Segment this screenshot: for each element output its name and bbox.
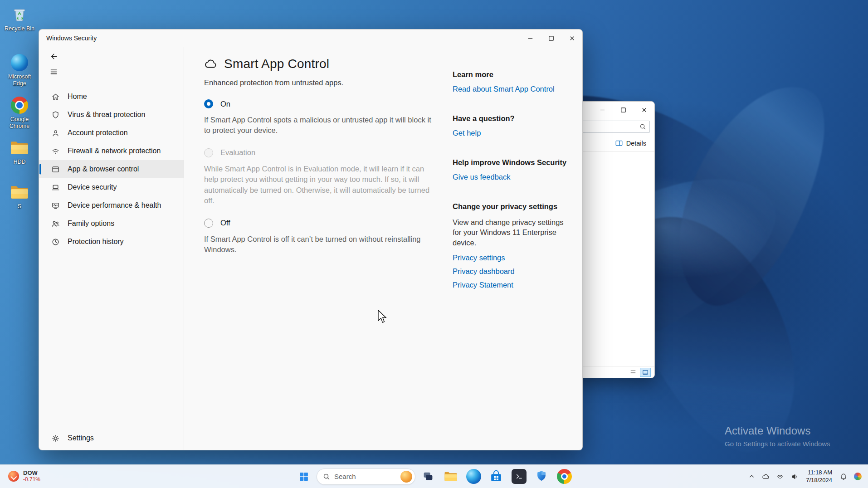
laptop-icon	[51, 183, 60, 192]
explorer-search-box[interactable]: ds	[572, 121, 650, 133]
clock-tray-button[interactable]: 11:18 AM 7/18/2024	[802, 468, 836, 486]
search-icon[interactable]	[639, 123, 646, 130]
list-view-button[interactable]	[628, 368, 639, 377]
history-clock-icon	[51, 238, 60, 246]
windows-security-window[interactable]: Windows Security Home	[39, 29, 583, 450]
tray-time: 11:18 AM	[808, 469, 832, 477]
sidebar-item-family-options[interactable]: Family options	[39, 215, 184, 233]
desktop-icon-google-chrome[interactable]: Google Chrome	[2, 96, 37, 130]
privacy-statement-link[interactable]: Privacy Statement	[453, 281, 580, 289]
explorer-details-button[interactable]: Details	[626, 140, 646, 147]
chevron-up-icon	[748, 473, 755, 480]
sidebar-item-protection-history[interactable]: Protection history	[39, 233, 184, 251]
watermark-subtitle: Go to Settings to activate Windows	[725, 440, 830, 448]
taskbar: DOW -0.71% Search	[0, 464, 868, 488]
file-explorer-button[interactable]	[441, 467, 461, 487]
radio-off[interactable]	[204, 219, 213, 228]
sidebar-item-settings[interactable]: Settings	[39, 429, 184, 447]
search-placeholder: Search	[334, 473, 356, 480]
bell-icon	[839, 473, 848, 481]
microsoft-store-button[interactable]	[486, 467, 506, 487]
details-pane-icon	[615, 139, 623, 147]
tray-app-button[interactable]	[851, 468, 864, 486]
sidebar-item-label: Device security	[68, 183, 117, 191]
option-on: On If Smart App Control spots a maliciou…	[204, 99, 434, 136]
sidebar-item-device-performance-health[interactable]: Device performance & health	[39, 196, 184, 215]
terminal-button[interactable]	[509, 467, 529, 487]
widgets-button[interactable]: DOW -0.71%	[4, 468, 45, 485]
menu-button[interactable]	[44, 64, 63, 79]
minimize-button[interactable]	[520, 30, 541, 46]
gear-icon	[51, 434, 60, 443]
desktop-icon-label: HDD	[13, 159, 25, 166]
sidebar-item-firewall-network-protection[interactable]: Firewall & network protection	[39, 142, 184, 160]
taskbar-search-box[interactable]: Search	[317, 468, 415, 485]
sidebar-item-label: Home	[68, 93, 87, 101]
page-title: Smart App Control	[224, 57, 329, 71]
sidebar-item-label: Account protection	[68, 129, 128, 137]
network-icon	[51, 147, 60, 156]
desktop-icon-recycle-bin[interactable]: Recycle Bin	[2, 5, 37, 32]
edge-icon	[466, 469, 481, 484]
edge-button[interactable]	[463, 467, 483, 487]
hamburger-icon	[49, 68, 58, 76]
tray-app-color-icon	[854, 473, 862, 480]
sidebar-item-virus-threat-protection[interactable]: Virus & threat protection	[39, 106, 184, 124]
explorer-maximize-button[interactable]	[613, 102, 634, 118]
thumbnail-view-button[interactable]	[640, 368, 651, 377]
sidebar-item-account-protection[interactable]: Account protection	[39, 124, 184, 142]
sidebar-item-app-browser-control[interactable]: App & browser control	[39, 160, 184, 178]
windows-security-button[interactable]	[532, 467, 551, 487]
option-label: Evaluation	[220, 148, 255, 157]
close-button[interactable]	[561, 30, 582, 46]
radio-on[interactable]	[204, 99, 213, 108]
task-view-icon	[421, 470, 435, 483]
privacy-dashboard-link[interactable]: Privacy dashboard	[453, 267, 580, 276]
give-us-feedback-link[interactable]: Give us feedback	[453, 173, 580, 181]
sidebar-item-label: App & browser control	[68, 165, 139, 173]
chrome-icon	[10, 96, 29, 114]
desktop-icon-label: S	[18, 203, 21, 210]
option-label: On	[220, 100, 230, 108]
option-off: Off If Smart App Control is off it can’t…	[204, 219, 434, 255]
volume-tray-button[interactable]	[788, 468, 801, 486]
back-button[interactable]	[44, 49, 63, 64]
sidebar-item-home[interactable]: Home	[39, 88, 184, 106]
desktop-icon-microsoft-edge[interactable]: Microsoft Edge	[2, 54, 37, 87]
notifications-button[interactable]	[837, 468, 850, 486]
network-tray-button[interactable]	[773, 468, 787, 486]
explorer-minimize-button[interactable]	[592, 102, 613, 118]
desktop-icon-hdd-folder[interactable]: HDD	[2, 139, 37, 166]
watermark-title: Activate Windows	[725, 425, 830, 437]
get-help-link[interactable]: Get help	[453, 129, 580, 137]
question-section: Have a question? Get help	[453, 114, 580, 137]
task-view-button[interactable]	[418, 467, 438, 487]
explorer-close-button[interactable]	[634, 102, 654, 118]
radio-evaluation	[204, 148, 213, 157]
terminal-icon	[512, 469, 527, 484]
start-button[interactable]	[294, 467, 314, 487]
security-shield-icon	[535, 470, 548, 483]
mouse-cursor	[377, 310, 388, 326]
sidebar-item-label: Settings	[68, 434, 94, 442]
privacy-settings-link[interactable]: Privacy settings	[453, 254, 580, 262]
home-icon	[51, 93, 60, 101]
read-about-smart-app-control-link[interactable]: Read about Smart App Control	[453, 85, 580, 93]
app-window-icon	[51, 165, 60, 174]
security-titlebar[interactable]: Windows Security	[39, 29, 582, 47]
desktop-icon-s-folder[interactable]: S	[2, 183, 37, 210]
help-panel: Learn more Read about Smart App Control …	[453, 47, 580, 450]
maximize-button[interactable]	[541, 30, 561, 46]
security-sidebar: Home Virus & threat protection Account p…	[39, 47, 184, 450]
option-description: If Smart App Control spots a malicious o…	[204, 115, 432, 136]
sidebar-item-label: Family options	[68, 220, 114, 228]
onedrive-tray-button[interactable]	[759, 468, 772, 486]
desktop-icon-label: Google Chrome	[2, 116, 37, 130]
sidebar-item-device-security[interactable]: Device security	[39, 178, 184, 196]
section-heading: Have a question?	[453, 114, 580, 123]
chrome-button[interactable]	[554, 467, 574, 487]
search-highlight-icon	[400, 471, 412, 483]
tray-overflow-button[interactable]	[746, 468, 758, 486]
window-title: Windows Security	[39, 34, 520, 42]
activate-windows-watermark: Activate Windows Go to Settings to activ…	[725, 425, 830, 448]
